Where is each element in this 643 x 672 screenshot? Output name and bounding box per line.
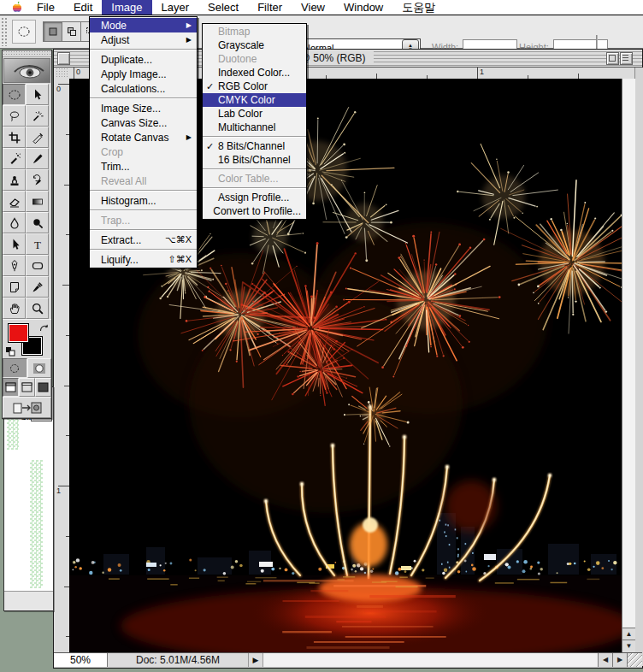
menu-item-label: Histogram... [101, 195, 192, 207]
scroll-right-arrow[interactable]: ▶ [612, 653, 627, 668]
menu-item-trim[interactable]: Trim... [90, 159, 197, 174]
menu-item-indexed-color[interactable]: Indexed Color... [203, 66, 306, 80]
gradient-tool[interactable] [26, 191, 49, 212]
menu-item-mode[interactable]: Mode▶ [90, 18, 197, 32]
jump-to-imageready-button[interactable] [3, 397, 51, 418]
fullscreen-menubar-button[interactable] [19, 378, 35, 397]
menu-item-calculations[interactable]: Calculations... [90, 81, 197, 96]
eraser-tool[interactable] [3, 191, 26, 212]
menu-item-8-bits-channel[interactable]: ✓8 Bits/Channel [203, 139, 306, 153]
mask-mode-group [3, 358, 51, 378]
pen-tool[interactable] [3, 255, 26, 276]
standard-screen-button[interactable] [3, 378, 19, 397]
standard-mode-button[interactable] [3, 358, 27, 378]
new-selection-button[interactable] [43, 21, 62, 42]
ruler-label: 1 [480, 68, 484, 76]
menu-item-crop: Crop [90, 144, 197, 159]
menu-view[interactable]: View [292, 0, 334, 15]
elliptical-marquee-tool-icon [8, 88, 21, 102]
vertical-scrollbar[interactable]: ▲ ▼ [622, 79, 635, 652]
type-tool[interactable]: T [26, 233, 49, 255]
menu-window[interactable]: Window [334, 0, 392, 15]
scroll-up-arrow[interactable]: ▲ [622, 628, 635, 640]
menu-item-lab-color[interactable]: Lab Color [203, 107, 306, 121]
shape-tool-icon [31, 259, 44, 273]
menu-item-cmyk-color[interactable]: CMYK Color [203, 93, 306, 107]
default-colors-icon[interactable] [5, 345, 16, 361]
menu-item-rotate-canvas[interactable]: Rotate Canvas▶ [90, 130, 197, 144]
toolbox-grip[interactable] [3, 50, 51, 57]
menu-item-label: RGB Color [218, 80, 301, 92]
menu-item-rgb-color[interactable]: ✓RGB Color [203, 80, 306, 93]
resize-grip[interactable] [627, 653, 642, 668]
crop-tool[interactable] [3, 127, 26, 148]
menu-filter[interactable]: Filter [248, 0, 292, 15]
paintbrush-tool[interactable] [26, 148, 49, 169]
close-box[interactable] [57, 52, 70, 65]
menu-item-image-size[interactable]: Image Size... [90, 101, 197, 115]
elliptical-marquee-tool[interactable] [3, 84, 26, 105]
lasso-tool[interactable] [3, 105, 26, 127]
menu-item-grayscale[interactable]: Grayscale [203, 38, 306, 52]
screen: FileEditImageLayerSelectFilterViewWindow… [0, 0, 643, 672]
menu-edit[interactable]: Edit [64, 0, 102, 15]
menu-item-multichannel[interactable]: Multichannel [203, 121, 306, 134]
apple-menu[interactable] [5, 1, 27, 14]
adobe-online-button[interactable] [3, 58, 50, 83]
quick-mask-button[interactable] [27, 358, 52, 378]
menu-item-duotone: Duotone [203, 52, 306, 66]
menu-item-histogram[interactable]: Histogram... [90, 193, 197, 208]
history-brush-tool[interactable] [26, 169, 49, 191]
fullscreen-button[interactable] [35, 378, 51, 397]
scroll-left-arrow[interactable]: ◀ [598, 653, 612, 668]
palette-pattern-swatch[interactable] [30, 460, 43, 588]
menu-select[interactable]: Select [198, 0, 248, 15]
eyedropper-tool[interactable] [26, 276, 49, 298]
menu-item-liquify[interactable]: Liquify...⇧⌘X [90, 252, 197, 267]
move-tool[interactable] [26, 84, 49, 105]
menu-file[interactable]: File [27, 0, 64, 15]
menu-item-assign-profile[interactable]: Assign Profile... [203, 191, 306, 204]
menu-help[interactable]: 도움말 [392, 0, 445, 15]
path-select-tool[interactable] [3, 233, 26, 255]
elliptical-marquee-icon [17, 25, 31, 38]
crop-tool-icon [8, 131, 21, 144]
menu-separator [90, 249, 197, 251]
hand-tool[interactable] [3, 298, 26, 319]
quick-mask-icon [32, 363, 46, 374]
swap-colors-icon[interactable] [38, 321, 50, 337]
zoom-box[interactable] [606, 52, 619, 65]
clone-stamp-tool[interactable] [3, 169, 26, 191]
menu-layer[interactable]: Layer [152, 0, 199, 15]
ruler-origin[interactable] [56, 68, 70, 80]
slice-tool[interactable] [26, 127, 49, 148]
menu-item-extract[interactable]: Extract...⌥⌘X [90, 233, 197, 247]
current-tool-well [12, 20, 36, 44]
notes-tool[interactable] [3, 276, 26, 298]
menu-item-adjust[interactable]: Adjust▶ [90, 32, 197, 47]
add-to-selection-button[interactable] [62, 21, 81, 42]
foreground-color-swatch[interactable] [8, 323, 29, 343]
menu-item-color-table: Color Table... [203, 172, 306, 186]
airbrush-tool[interactable] [3, 148, 26, 169]
scroll-down-arrow[interactable]: ▼ [622, 640, 635, 652]
shape-tool[interactable] [26, 255, 49, 276]
magic-wand-tool[interactable] [26, 105, 49, 127]
history-brush-tool-icon [31, 174, 44, 187]
options-bar-grip[interactable] [1, 17, 9, 46]
zoom-level-field[interactable]: 50% [54, 653, 108, 668]
dodge-tool[interactable] [26, 212, 49, 233]
menu-item-16-bits-channel[interactable]: 16 Bits/Channel [203, 153, 306, 167]
horizontal-scrollbar[interactable] [263, 653, 598, 668]
zoom-tool[interactable] [26, 298, 49, 319]
blur-tool-icon [8, 216, 21, 230]
submenu-arrow-icon: ▶ [186, 21, 192, 29]
menu-item-convert-to-profile[interactable]: Convert to Profile... [203, 204, 306, 218]
menu-item-canvas-size[interactable]: Canvas Size... [90, 115, 197, 130]
menu-image[interactable]: Image [102, 0, 151, 15]
status-menu-button[interactable]: ▶ [249, 653, 263, 668]
menu-item-apply-image[interactable]: Apply Image... [90, 67, 197, 81]
collapse-box[interactable] [620, 52, 633, 65]
blur-tool[interactable] [3, 212, 26, 233]
menu-item-duplicate[interactable]: Duplicate... [90, 52, 197, 67]
